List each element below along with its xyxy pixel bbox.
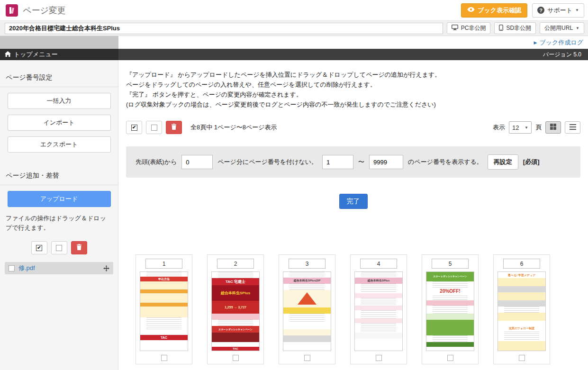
home-icon — [5, 51, 11, 58]
sidebar: ページ番号設定 一括入力 インポート エクスポート ページ追加・差替 アップロー… — [0, 60, 118, 370]
file-name-link[interactable]: 修.pdf — [18, 264, 100, 272]
page-thumbnail[interactable]: スタートダッシュキャンペーン20%OFF! — [426, 271, 474, 351]
top-header: ページ変更 ブック表示確認 ? サポート ▼ — [0, 0, 588, 21]
delete-selected-pages-button[interactable] — [166, 121, 182, 134]
page-number-input[interactable] — [145, 259, 182, 269]
page-number-input[interactable] — [217, 259, 254, 269]
eye-icon — [467, 7, 475, 14]
upload-button[interactable]: アップロード — [8, 191, 111, 207]
page-thumbnail-grid: 申込方法TAC TAC 宅建士総合本科生SPlus1,255 → 3,727スタ… — [126, 254, 580, 364]
required-label: [必須] — [523, 158, 540, 166]
select-all-pages-button[interactable]: ✔ — [126, 121, 142, 134]
page-checkbox[interactable] — [304, 355, 310, 361]
instruction-line: 『完了』 ボタンを押すと、ページの変更内容が確定されます。 — [126, 90, 580, 99]
support-button[interactable]: ? サポート ▼ — [532, 3, 584, 18]
page-thumbnail[interactable]: TAC 宅建士総合本科生SPlus1,255 → 3,727スタートダッシュキャ… — [211, 271, 260, 351]
file-checkbox[interactable] — [9, 265, 15, 271]
page-card: 選べる! 学習メディア充実のフォロー制度 — [493, 254, 550, 364]
page-checkbox[interactable] — [233, 355, 239, 361]
display-label: 表示 — [493, 123, 505, 132]
top-menu-link[interactable]: トップメニュー — [0, 49, 118, 60]
book-preview-button[interactable]: ブック表示確認 — [461, 3, 527, 18]
page-number-input[interactable] — [360, 259, 397, 269]
instructions: 『アップロード』 からアップロードしたページを挿入位置にドラッグ＆ドロップしてペ… — [126, 70, 580, 109]
move-icon[interactable] — [103, 265, 109, 271]
trash-icon — [171, 124, 177, 131]
bulk-input-button[interactable]: 一括入力 — [8, 93, 111, 109]
page-checkbox[interactable] — [376, 355, 382, 361]
sd-private-button[interactable]: SD非公開 — [494, 22, 536, 34]
menu-bar: トップメニュー バージョン 5.0 — [0, 49, 588, 60]
page-checkbox[interactable] — [161, 355, 167, 361]
page-thumbnail[interactable]: 選べる! 学習メディア充実のフォロー制度 — [498, 271, 546, 351]
log-row: ▶ ブック作成ログ — [0, 36, 588, 49]
deselect-all-files-button[interactable] — [51, 241, 67, 254]
question-icon: ? — [537, 7, 544, 14]
page-thumbnail[interactable]: 申込方法TAC — [140, 271, 188, 351]
monitor-icon — [452, 25, 458, 32]
topbar-actions: ブック表示確認 ? サポート ▼ — [461, 3, 584, 18]
page-number-input[interactable] — [503, 259, 540, 269]
checked-checkbox-icon: ✔ — [131, 125, 137, 131]
unchecked-checkbox-icon — [56, 245, 62, 251]
per-page-value: 12 — [512, 124, 519, 131]
page-number-input[interactable] — [432, 259, 469, 269]
pc-private-button[interactable]: PC非公開 — [447, 22, 491, 34]
reset-button[interactable]: 再設定 — [488, 154, 518, 170]
deselect-all-pages-button[interactable] — [146, 121, 162, 134]
page-toolbar: ✔ 全8頁中 1ページ〜8ページ表示 表示 12 ▼ 頁 — [126, 121, 580, 134]
numbering-prefix: 先頭(表紙)から — [136, 158, 177, 166]
complete-button[interactable]: 完了 — [339, 194, 368, 209]
page-card: TAC 宅建士総合本科生SPlus1,255 → 3,727スタートダッシュキャ… — [207, 254, 264, 364]
range-end-input[interactable] — [369, 155, 403, 169]
page-numbering-panel: 先頭(表紙)から ページ分にページ番号を付けない。 〜 のページ番号を表示する。… — [126, 146, 580, 178]
page-title: ページ変更 — [23, 5, 66, 16]
instruction-line: ページをドラッグしてのページの入れ替えや、任意ページを選択しての削除が行えます。 — [126, 80, 580, 90]
selection-toolbar: ✔ — [126, 121, 182, 134]
public-url-button[interactable]: 公開用URL ▼ — [540, 22, 584, 34]
page-checkbox[interactable] — [519, 355, 525, 361]
drag-drop-note: ファイルの操作はドラッグ＆ドロップで行えます。 — [0, 213, 118, 238]
book-title: 2020年合格目標宅建士総合本科生SPlus — [5, 23, 443, 34]
per-page-select[interactable]: 12 ▼ — [509, 121, 532, 134]
book-bar: 2020年合格目標宅建士総合本科生SPlus PC非公開 SD非公開 公開用UR… — [0, 21, 588, 36]
list-icon — [570, 124, 576, 131]
complete-row: 完了 — [126, 194, 580, 209]
brand: ページ変更 — [6, 4, 66, 17]
log-row-spacer — [0, 36, 118, 49]
page-thumbnail[interactable]: 総合本科生SPlus — [354, 271, 403, 351]
caret-right-icon: ▶ — [534, 40, 537, 45]
grid-view-button[interactable] — [545, 121, 561, 134]
unchecked-checkbox-icon — [151, 125, 157, 131]
log-row-content: ▶ ブック作成ログ — [118, 36, 588, 49]
page-number-input[interactable] — [289, 259, 326, 269]
numbering-middle-text: ページ分にページ番号を付けない。 — [217, 158, 317, 166]
tilde-separator: 〜 — [358, 158, 364, 166]
instruction-line: 『アップロード』 からアップロードしたページを挿入位置にドラッグ＆ドロップしてペ… — [126, 70, 580, 80]
sidebar-selection-toolbar: ✔ — [0, 241, 118, 254]
range-start-input[interactable] — [322, 155, 353, 169]
instruction-line: (ログ収集対象ブックの場合は、ページ変更前後でログとページ内容の不一致が発生しま… — [126, 99, 580, 109]
page-thumbnail[interactable]: 総合本科生SPlus(SP — [283, 271, 331, 351]
select-all-files-button[interactable]: ✔ — [31, 241, 47, 254]
trash-icon — [76, 244, 82, 252]
list-view-button[interactable] — [565, 121, 580, 134]
import-button[interactable]: インポート — [8, 115, 111, 131]
skip-pages-input[interactable] — [181, 155, 213, 169]
page-checkbox[interactable] — [447, 355, 453, 361]
delete-selected-files-button[interactable] — [71, 241, 87, 254]
page-card: 申込方法TAC — [136, 254, 192, 364]
page-unit-label: 頁 — [535, 123, 542, 132]
numbering-suffix: のページ番号を表示する。 — [408, 158, 483, 166]
checked-checkbox-icon: ✔ — [36, 245, 42, 251]
version-label: バージョン 5.0 — [543, 51, 581, 59]
chevron-down-icon: ▼ — [576, 26, 579, 30]
smartphone-icon — [499, 25, 503, 32]
page-card: 総合本科生SPlus — [350, 254, 407, 364]
uploaded-file-row: 修.pdf — [5, 262, 113, 274]
grid-icon — [550, 124, 556, 131]
main-content: 『アップロード』 からアップロードしたページを挿入位置にドラッグ＆ドロップしてペ… — [118, 60, 588, 370]
book-log-link[interactable]: ブック作成ログ — [539, 38, 583, 47]
export-button[interactable]: エクスポート — [8, 136, 111, 153]
chevron-down-icon: ▼ — [525, 126, 528, 130]
